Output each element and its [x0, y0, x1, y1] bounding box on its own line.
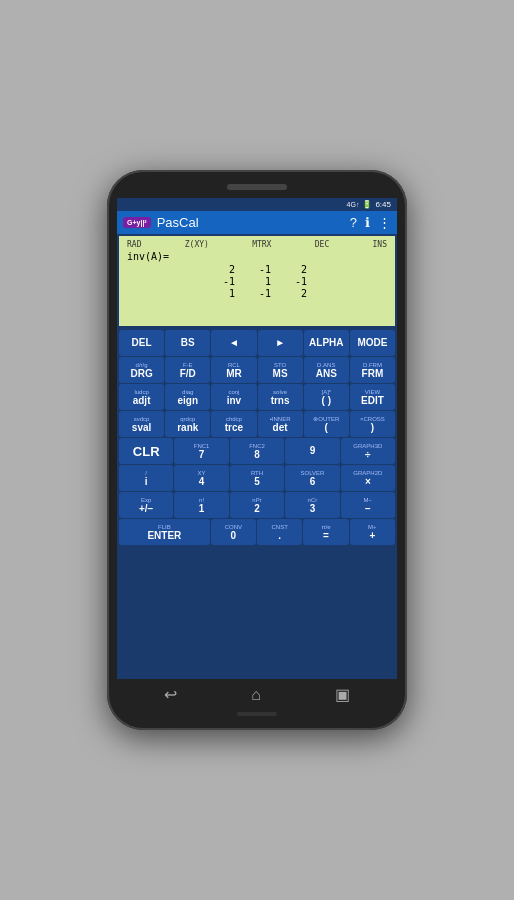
- decimal-button[interactable]: CNST.: [257, 519, 302, 545]
- info-button[interactable]: ℹ: [365, 215, 370, 230]
- recents-button[interactable]: ▣: [335, 685, 350, 704]
- ms-button[interactable]: STOMS: [258, 357, 303, 383]
- det-button[interactable]: •INNERdet: [258, 411, 303, 437]
- label-dec: DEC: [315, 240, 329, 249]
- back-button[interactable]: ↩: [164, 685, 177, 704]
- edit-button[interactable]: VIEWEDIT: [350, 384, 395, 410]
- open-paren-button[interactable]: ⊗OUTER(: [304, 411, 349, 437]
- sval-button[interactable]: svdcpsval: [119, 411, 164, 437]
- btn-5[interactable]: RTH5: [230, 465, 284, 491]
- btn-row-3: ludcpadjt diageign conjinv solvetrns [A]…: [119, 384, 395, 410]
- m11: 2: [207, 264, 235, 275]
- btn-6[interactable]: SOLVER6: [285, 465, 339, 491]
- bs-button[interactable]: BS: [165, 330, 210, 356]
- rank-button[interactable]: qrdcprank: [165, 411, 210, 437]
- eign-button[interactable]: diageign: [165, 384, 210, 410]
- enter-button[interactable]: FLIBENTER: [119, 519, 210, 545]
- equals-button[interactable]: π/e=: [303, 519, 348, 545]
- m13: 2: [279, 264, 307, 275]
- header-icons: ? ℹ ⋮: [350, 215, 391, 230]
- phone-device: 4G↑ 🔋 6:45 G+y||² PasCal ? ℹ ⋮ RAD Z(XY)…: [107, 170, 407, 730]
- trns-button[interactable]: solvetrns: [258, 384, 303, 410]
- frm-button[interactable]: D.FRMFRM: [350, 357, 395, 383]
- adjt-button[interactable]: ludcpadjt: [119, 384, 164, 410]
- imaginary-button[interactable]: /i: [119, 465, 173, 491]
- btn-9[interactable]: 9: [285, 438, 339, 464]
- btn-row-8: FLIBENTER CONV0 CNST. π/e= M++: [119, 519, 395, 545]
- inv-button[interactable]: conjinv: [211, 384, 256, 410]
- clr-button[interactable]: CLR: [119, 438, 173, 464]
- battery-icon: 🔋: [362, 200, 372, 209]
- minus-button[interactable]: M−−: [341, 492, 395, 518]
- matrix-row-2: -1 1 -1: [127, 276, 387, 287]
- alpha-button[interactable]: ALPHA: [304, 330, 349, 356]
- mr-button[interactable]: RCLMR: [211, 357, 256, 383]
- menu-button[interactable]: ⋮: [378, 215, 391, 230]
- plusminus-button[interactable]: Exp+/−: [119, 492, 173, 518]
- m23: -1: [279, 276, 307, 287]
- multiply-button[interactable]: GRAPH2D×: [341, 465, 395, 491]
- navigation-bar: ↩ ⌂ ▣: [117, 679, 397, 708]
- plus-button[interactable]: M++: [350, 519, 395, 545]
- btn-row-2: d/r/gDRG F-EF/D RCLMR STOMS D.ANSANS D.F…: [119, 357, 395, 383]
- mode-button[interactable]: MODE: [350, 330, 395, 356]
- btn-8[interactable]: FNC28: [230, 438, 284, 464]
- fd-button[interactable]: F-EF/D: [165, 357, 210, 383]
- trce-button[interactable]: chdcptrce: [211, 411, 256, 437]
- label-mtrx: MTRX: [252, 240, 271, 249]
- m22: 1: [243, 276, 271, 287]
- display-top-row: RAD Z(XY) MTRX DEC INS: [127, 240, 387, 249]
- btn-row-7: Exp+/− n!1 nPr2 nCr3 M−−: [119, 492, 395, 518]
- speaker: [227, 184, 287, 190]
- display-matrix: 2 -1 2 -1 1 -1 1 -1 2: [127, 264, 387, 299]
- m32: -1: [243, 288, 271, 299]
- right-arrow-button[interactable]: ►: [258, 330, 303, 356]
- btn-3[interactable]: nCr3: [285, 492, 339, 518]
- btn-7[interactable]: FNC17: [174, 438, 228, 464]
- matrix-row-1: 2 -1 2: [127, 264, 387, 275]
- app-logo: G+y||²: [123, 217, 151, 228]
- m21: -1: [207, 276, 235, 287]
- drg-button[interactable]: d/r/gDRG: [119, 357, 164, 383]
- btn-row-6: /i XY4 RTH5 SOLVER6 GRAPH2D×: [119, 465, 395, 491]
- home-button[interactable]: ⌂: [251, 686, 261, 704]
- parens-button[interactable]: [A]ⁿ( ): [304, 384, 349, 410]
- label-ins: INS: [373, 240, 387, 249]
- signal-icon: 4G↑: [347, 201, 360, 208]
- status-bar: 4G↑ 🔋 6:45: [117, 198, 397, 211]
- app-title: PasCal: [157, 215, 344, 230]
- btn-row-1: DEL BS ◄ ► ALPHA MODE: [119, 330, 395, 356]
- m12: -1: [243, 264, 271, 275]
- screen: 4G↑ 🔋 6:45 G+y||² PasCal ? ℹ ⋮ RAD Z(XY)…: [117, 198, 397, 679]
- app-header: G+y||² PasCal ? ℹ ⋮: [117, 211, 397, 234]
- btn-row-5: CLR FNC17 FNC28 9 GRAPH3D÷: [119, 438, 395, 464]
- label-zxy: Z(XY): [185, 240, 209, 249]
- calculator-body: DEL BS ◄ ► ALPHA MODE d/r/gDRG F-EF/D RC…: [117, 328, 397, 679]
- m33: 2: [279, 288, 307, 299]
- help-button[interactable]: ?: [350, 215, 357, 230]
- ans-button[interactable]: D.ANSANS: [304, 357, 349, 383]
- btn-0[interactable]: CONV0: [211, 519, 256, 545]
- del-button[interactable]: DEL: [119, 330, 164, 356]
- btn-4[interactable]: XY4: [174, 465, 228, 491]
- matrix-row-3: 1 -1 2: [127, 288, 387, 299]
- btn-2[interactable]: nPr2: [230, 492, 284, 518]
- left-arrow-button[interactable]: ◄: [211, 330, 256, 356]
- btn-1[interactable]: n!1: [174, 492, 228, 518]
- btn-row-4: svdcpsval qrdcprank chdcptrce •INNERdet …: [119, 411, 395, 437]
- divide-button[interactable]: GRAPH3D÷: [341, 438, 395, 464]
- display-area: RAD Z(XY) MTRX DEC INS inv(A)= 2 -1 2 -1…: [119, 236, 395, 326]
- label-rad: RAD: [127, 240, 141, 249]
- display-equation: inv(A)=: [127, 251, 387, 262]
- close-paren-button[interactable]: ×CROSS): [350, 411, 395, 437]
- phone-chin: [237, 712, 277, 716]
- time-display: 6:45: [375, 200, 391, 209]
- m31: 1: [207, 288, 235, 299]
